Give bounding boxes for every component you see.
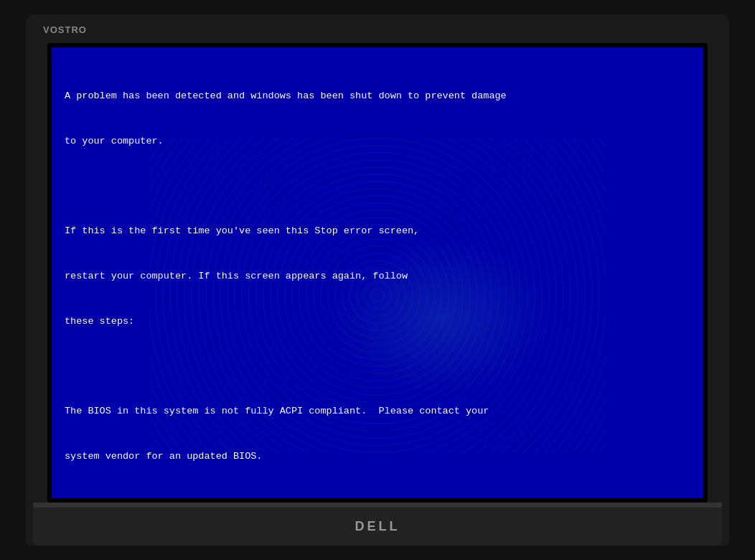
bsod-spacer-2	[65, 359, 690, 374]
bsod-spacer-3	[65, 495, 690, 498]
laptop-brand-label: VOSTRO	[43, 24, 87, 35]
hinge-bar	[33, 503, 722, 508]
bsod-line-4: If this is the first time you've seen th…	[65, 224, 690, 239]
bsod-line-1: A problem has been detected and windows …	[65, 89, 690, 104]
bsod-line-5: restart your computer. If this screen ap…	[65, 269, 690, 284]
bsod-content: A problem has been detected and windows …	[65, 59, 690, 498]
laptop-bottom: DELL	[33, 508, 722, 546]
bsod-line-9: system vendor for an updated BIOS.	[65, 449, 690, 465]
laptop-outer: VOSTRO A problem has been detected and w…	[26, 14, 729, 546]
bsod-screen: A problem has been detected and windows …	[52, 47, 703, 498]
bsod-spacer-1	[65, 179, 690, 194]
dell-logo: DELL	[355, 519, 400, 534]
bsod-line-8: The BIOS in this system is not fully ACP…	[65, 404, 690, 419]
bsod-line-2: to your computer.	[65, 134, 690, 149]
bsod-line-6: these steps:	[65, 314, 690, 330]
screen-bezel: A problem has been detected and windows …	[47, 43, 708, 503]
